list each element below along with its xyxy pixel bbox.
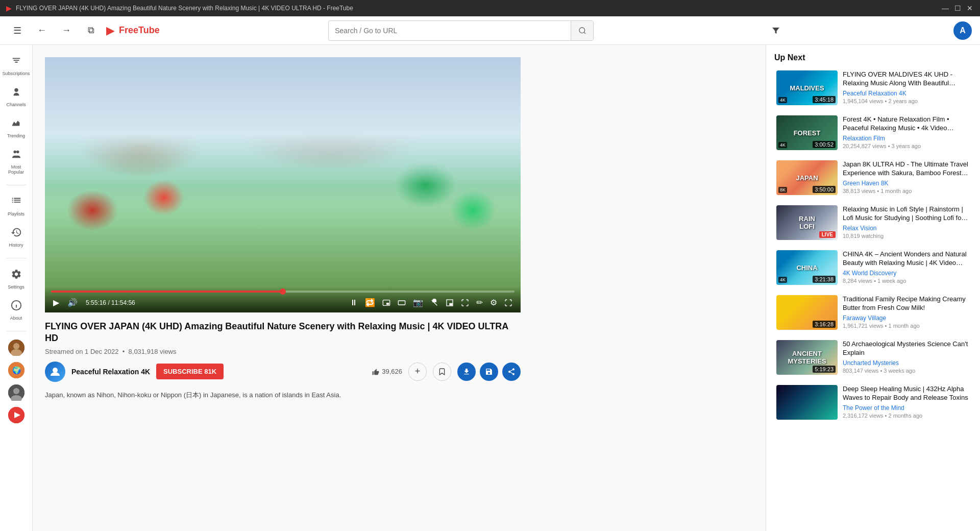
- loop-button[interactable]: 🔁: [363, 297, 377, 308]
- search-bar: [328, 20, 594, 41]
- svg-point-24: [53, 368, 58, 373]
- svg-line-1: [584, 32, 585, 34]
- trending-icon: [11, 117, 22, 131]
- add-to-playlist-button[interactable]: +: [408, 363, 427, 381]
- rec-meta: 38,813 views • 1 month ago: [843, 188, 970, 194]
- rec-channel[interactable]: Green Haven 8K: [843, 180, 970, 187]
- mute-cam-button[interactable]: [428, 298, 440, 308]
- upnext-panel: Up Next MALDIVES 4K 3:45:18 FLYING OVER …: [766, 45, 980, 531]
- quality-badge: 4K: [778, 277, 787, 283]
- back-button[interactable]: ←: [33, 21, 51, 40]
- sidebar-item-about[interactable]: About: [2, 296, 31, 325]
- video-frame[interactable]: [45, 57, 521, 312]
- channel-avatar-2[interactable]: 🌍: [8, 362, 24, 378]
- search-button[interactable]: [571, 21, 593, 40]
- theatre-button[interactable]: [396, 298, 408, 308]
- sidebar-item-most-popular[interactable]: Most Popular: [2, 144, 31, 179]
- subscriptions-icon: [11, 55, 22, 69]
- channel-avatar-4[interactable]: [8, 407, 24, 423]
- rec-channel[interactable]: Faraway Village: [843, 315, 970, 322]
- maximize-button[interactable]: ☐: [953, 4, 962, 12]
- sidebar-item-playlists[interactable]: Playlists: [2, 191, 31, 221]
- rec-meta: 8,284 views • 1 week ago: [843, 278, 970, 284]
- recommendations-list: MALDIVES 4K 3:45:18 FLYING OVER MALDIVES…: [774, 68, 972, 422]
- main-content: ▶ 🔊 5:55:16 / 11:54:56 ⏸ 🔁: [33, 45, 766, 531]
- search-input[interactable]: [329, 22, 571, 39]
- rec-channel[interactable]: Relaxation Film: [843, 135, 970, 142]
- sidebar-item-history[interactable]: History: [2, 223, 31, 252]
- rec-video-item[interactable]: CHINA 4K 3:21:38 CHINA 4K – Ancient Wond…: [774, 248, 972, 287]
- share-button[interactable]: [502, 363, 521, 381]
- subscribe-button[interactable]: SUBSCRIBE 81K: [156, 364, 224, 379]
- filter-button[interactable]: [767, 21, 785, 40]
- rec-video-item[interactable]: JAPAN 8K 3:50:00 Japan 8K ULTRA HD - The…: [774, 158, 972, 197]
- channel-avatar-3[interactable]: [8, 384, 24, 401]
- save-local-button[interactable]: [480, 363, 498, 381]
- rec-video-item[interactable]: MALDIVES 4K 3:45:18 FLYING OVER MALDIVES…: [774, 68, 972, 107]
- svg-point-3: [13, 151, 16, 154]
- pip-button[interactable]: [380, 298, 393, 308]
- menu-button[interactable]: ☰: [8, 21, 27, 40]
- video-player[interactable]: ▶ 🔊 5:55:16 / 11:54:56 ⏸ 🔁: [45, 57, 521, 312]
- pause-button[interactable]: ⏸: [348, 297, 360, 308]
- settings-icon: [11, 269, 22, 282]
- screenshot-button[interactable]: 📷: [411, 297, 425, 308]
- channel-avatar-1[interactable]: [8, 340, 24, 356]
- rec-thumbnail: ANCIENT MYSTERIES 5:19:23: [776, 340, 838, 375]
- rec-video-item[interactable]: RAIN LOFI LIVE Relaxing Music in Lofi St…: [774, 203, 972, 242]
- rec-channel[interactable]: The Power of the Mind: [843, 404, 970, 412]
- mini-player-button[interactable]: [444, 298, 456, 308]
- sidebar-item-settings[interactable]: Settings: [2, 264, 31, 294]
- video-duration: 3:16:28: [813, 321, 836, 328]
- channel-thumbnail[interactable]: [45, 361, 65, 382]
- rec-video-item[interactable]: 3:16:28 Traditional Family Recipe Making…: [774, 293, 972, 332]
- sidebar-item-channels[interactable]: Channels: [2, 82, 31, 111]
- copy-url-button[interactable]: ⧉: [82, 21, 100, 40]
- thumb-label: CHINA: [796, 264, 817, 272]
- minimize-button[interactable]: —: [941, 4, 949, 12]
- svg-rect-23: [450, 303, 452, 305]
- fullscreen-button[interactable]: [502, 298, 514, 308]
- rec-video-item[interactable]: ANCIENT MYSTERIES 5:19:23 50 Archaeologi…: [774, 338, 972, 377]
- channel-info: Peaceful Relaxation 4K: [71, 368, 150, 376]
- rec-info: Traditional Family Recipe Making Creamy …: [843, 295, 970, 330]
- rec-meta: 1,945,104 views • 2 years ago: [843, 98, 970, 104]
- rec-thumbnail: CHINA 4K 3:21:38: [776, 250, 838, 285]
- forward-button[interactable]: →: [57, 21, 76, 40]
- rec-info: Forest 4K • Nature Relaxation Film • Pea…: [843, 115, 970, 150]
- download-button[interactable]: [457, 363, 476, 381]
- play-button[interactable]: ▶: [51, 297, 61, 308]
- sidebar-separator-2: [6, 258, 27, 258]
- rec-info: 50 Archaeological Mysteries Science Can'…: [843, 340, 970, 375]
- upnext-title: Up Next: [774, 53, 972, 62]
- rec-thumbnail: 3:16:28: [776, 295, 838, 330]
- rec-channel[interactable]: Peaceful Relaxation 4K: [843, 90, 970, 97]
- thumb-label: ANCIENT MYSTERIES: [788, 350, 826, 365]
- fullscreen-alt-button[interactable]: [459, 298, 471, 308]
- close-button[interactable]: ✕: [966, 4, 974, 12]
- video-info: FLYING OVER JAPAN (4K UHD) Amazing Beaut…: [45, 312, 521, 400]
- volume-button[interactable]: 🔊: [65, 297, 80, 308]
- rec-video-item[interactable]: Deep Sleep Healing Music | 432Hz Alpha W…: [774, 383, 972, 422]
- settings-button[interactable]: ⚙: [488, 297, 499, 308]
- sidebar-item-trending[interactable]: Trending: [2, 113, 31, 142]
- rec-title: Relaxing Music in Lofi Style | Rainstorm…: [843, 205, 970, 223]
- rec-title: 50 Archaeological Mysteries Science Can'…: [843, 340, 970, 357]
- svg-rect-19: [386, 303, 389, 305]
- rec-meta: 10,819 watching: [843, 233, 970, 239]
- rec-channel[interactable]: Uncharted Mysteries: [843, 359, 970, 367]
- rec-channel[interactable]: 4K World Discovery: [843, 270, 970, 277]
- rec-title: Japan 8K ULTRA HD - The Ultimate Travel …: [843, 160, 970, 178]
- quality-badge: 8K: [778, 187, 787, 193]
- rec-video-item[interactable]: FOREST 4K 3:00:52 Forest 4K • Nature Rel…: [774, 113, 972, 152]
- bookmark-button[interactable]: [433, 363, 451, 381]
- app-logo[interactable]: ▶ FreeTube: [106, 24, 160, 37]
- svg-point-2: [14, 88, 18, 92]
- logo-icon: ▶: [106, 24, 115, 37]
- sidebar-separator-3: [6, 331, 27, 331]
- progress-bar[interactable]: [51, 291, 514, 293]
- rec-channel[interactable]: Relax Vision: [843, 225, 970, 232]
- user-avatar[interactable]: A: [953, 21, 972, 40]
- draw-button[interactable]: ✏: [474, 297, 485, 308]
- sidebar-item-subscriptions[interactable]: Subscriptions: [2, 51, 31, 80]
